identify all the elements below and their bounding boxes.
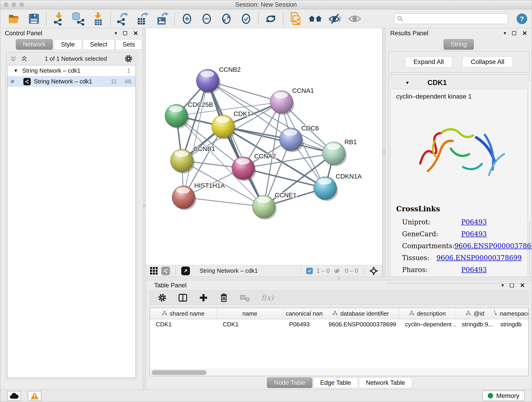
table-row[interactable]: CDK1CDK1P064939606.ENSP00000378699cyclin… (150, 319, 528, 329)
panel-float-icon[interactable] (510, 283, 514, 287)
scrollbar-thumb[interactable] (152, 370, 207, 375)
crosslink-link[interactable]: P06493 (461, 230, 487, 238)
panel-close-icon[interactable]: ✕ (133, 30, 138, 37)
help-button[interactable]: ? (517, 13, 527, 24)
refresh-icon[interactable] (264, 12, 278, 26)
add-column-icon[interactable] (199, 293, 208, 302)
zoom-fit-icon[interactable] (219, 12, 234, 26)
zoom-out-icon[interactable] (200, 12, 214, 26)
network-collection-row[interactable]: ▼ String Network – cdk1 1 (7, 65, 135, 76)
show-all-icon[interactable] (348, 12, 362, 26)
node-CDC25B[interactable]: CDC25B (165, 101, 213, 128)
column-header-name[interactable]: name (217, 308, 283, 319)
panel-float-icon[interactable] (512, 31, 516, 35)
network-canvas[interactable]: CCNB2CCNA1CDC25BCDK1CDC6RB1CCNB1CCNA2CDK… (146, 28, 382, 265)
splitter-handle[interactable] (383, 151, 385, 153)
gear-icon[interactable] (158, 293, 167, 302)
close-window-button[interactable] (4, 2, 8, 7)
tab-node-table[interactable]: Node Table (267, 377, 312, 388)
table-cell[interactable]: CDK1 (150, 319, 217, 329)
panel-menu-icon[interactable]: ▾ (504, 30, 506, 36)
minimize-window-button[interactable] (12, 2, 16, 7)
zoom-selected-icon[interactable] (239, 12, 253, 26)
warning-status-button[interactable] (28, 391, 41, 401)
crosslink-link[interactable]: P06493 (461, 266, 487, 274)
tab-style[interactable]: Style (54, 39, 82, 50)
table-cell[interactable]: P06493 (283, 319, 323, 329)
crosslink-link[interactable]: 9606.ENSP00000378699 (454, 242, 532, 250)
vertical-splitter-left[interactable] (143, 28, 146, 389)
tree-expander-icon[interactable]: ▼ (13, 68, 18, 73)
results-scrollbar[interactable] (528, 81, 531, 221)
network-panel: 1 of 1 Network selected ▼ String Network… (6, 52, 137, 379)
cloud-status-button[interactable] (7, 391, 21, 401)
collapse-all-button[interactable]: Collapse All (462, 56, 513, 67)
first-neighbors-icon[interactable] (308, 12, 322, 26)
edge-CCNB2-HIST1H1A[interactable] (184, 81, 208, 197)
node-CCNA1[interactable]: CCNA1 (270, 87, 314, 115)
table-cell[interactable]: stringdb:9... (456, 319, 494, 329)
crosslink-link[interactable]: 9606.ENSP00000378699 (437, 254, 522, 262)
import-table-icon[interactable] (91, 12, 105, 26)
network-graph[interactable]: CCNB2CCNA1CDC25BCDK1CDC6RB1CCNB1CCNA2CDK… (146, 28, 382, 265)
hide-selected-icon[interactable] (328, 12, 342, 26)
export-network-icon[interactable] (116, 12, 130, 26)
table-cell[interactable]: CDK1 (217, 319, 283, 329)
node-CDK1[interactable]: CDK1 (212, 110, 251, 139)
splitter-handle[interactable] (337, 277, 340, 279)
network-row[interactable]: String Network – cdk1 11 48 (7, 76, 135, 87)
column-header-database-identifier[interactable]: database identifier (323, 308, 399, 319)
network-type-icon[interactable] (161, 267, 170, 275)
table-cell[interactable]: cyclin–dependent ... (399, 319, 456, 329)
expand-all-icon[interactable] (21, 56, 27, 62)
column-header-shared-name[interactable]: shared name (150, 308, 217, 319)
vertical-splitter-right[interactable] (382, 28, 386, 276)
export-table-icon[interactable] (135, 12, 150, 26)
collapse-all-icon[interactable] (10, 56, 17, 62)
zoom-in-icon[interactable] (180, 12, 194, 26)
clone-network-icon[interactable] (288, 12, 303, 26)
section-expander-icon[interactable]: ▼ (405, 80, 410, 85)
column-header-id[interactable]: @id (456, 308, 494, 319)
open-session-button[interactable] (7, 12, 21, 26)
node-HIST1H1A[interactable]: HIST1H1A (172, 182, 225, 210)
column-header-namespace[interactable]: namespace (494, 308, 528, 319)
selected-checkbox[interactable] (306, 268, 313, 274)
export-image-icon[interactable] (155, 12, 169, 26)
tab-network-table[interactable]: Network Table (359, 377, 412, 388)
node-label-CDC6: CDC6 (301, 125, 319, 132)
tab-sets[interactable]: Sets (115, 39, 142, 50)
birds-eye-view-icon[interactable] (369, 267, 378, 275)
horizontal-splitter[interactable] (146, 276, 532, 280)
node-RB1[interactable]: RB1 (322, 138, 357, 166)
panel-menu-icon[interactable]: ▾ (114, 30, 117, 36)
splitter-handle[interactable] (143, 205, 146, 207)
node-CCNB1[interactable]: CCNB1 (171, 145, 215, 173)
table-cell[interactable]: 9606.ENSP00000378699 (323, 319, 399, 329)
memory-button[interactable]: Memory (482, 390, 525, 401)
show-grid-icon[interactable] (150, 267, 158, 274)
panel-close-icon[interactable]: ✕ (522, 30, 527, 37)
import-network-icon[interactable] (51, 12, 66, 26)
node-CDKN1A[interactable]: CDKN1A (314, 173, 362, 201)
search-input[interactable] (405, 15, 505, 22)
tab-select[interactable]: Select (83, 39, 114, 50)
column-header-canonical-name[interactable]: canonical name (283, 308, 323, 319)
protein-section-header[interactable]: ▼ CDK1 (390, 77, 527, 89)
delete-column-icon[interactable] (219, 293, 229, 303)
gear-icon[interactable] (124, 54, 133, 63)
save-session-button[interactable] (27, 12, 41, 26)
open-in-window-icon[interactable] (181, 267, 190, 275)
node-CCNB2[interactable]: CCNB2 (196, 66, 241, 94)
crosslink-link[interactable]: P06493 (461, 218, 487, 226)
tab-string[interactable]: String (443, 39, 474, 50)
expand-all-button[interactable]: Expand All (405, 56, 452, 67)
panel-float-icon[interactable] (123, 31, 127, 35)
tab-network[interactable]: Network (16, 39, 53, 50)
column-header-description[interactable]: description (399, 308, 456, 319)
import-network-from-database-icon[interactable] (71, 12, 85, 26)
zoom-window-button[interactable] (19, 2, 24, 7)
select-columns-icon[interactable] (178, 293, 188, 303)
tab-edge-table[interactable]: Edge Table (313, 377, 358, 388)
table-cell[interactable]: stringdb (494, 319, 528, 329)
